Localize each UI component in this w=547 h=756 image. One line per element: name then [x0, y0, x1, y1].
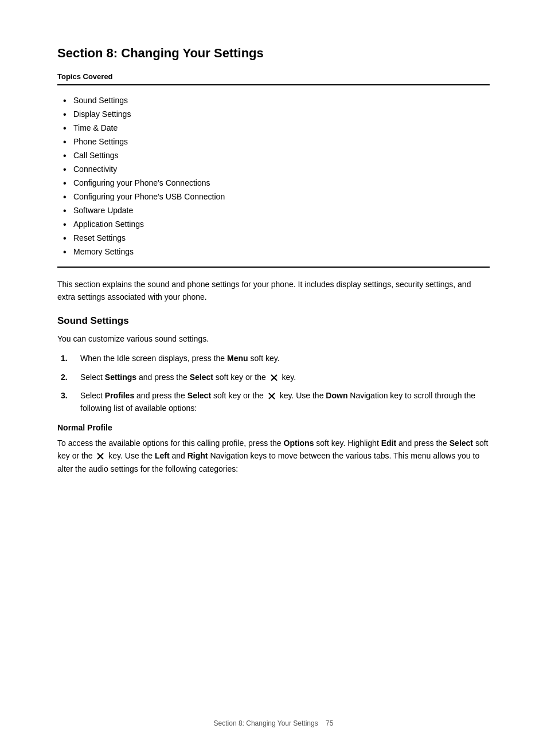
list-item: Configuring your Phone's Connections	[63, 178, 490, 187]
footer-text: Section 8: Changing Your Settings	[214, 719, 318, 727]
x-key-icon	[269, 373, 279, 382]
step-3: 3. Select Profiles and press the Select …	[75, 389, 490, 415]
list-item: Phone Settings	[63, 137, 490, 146]
topics-label: Topics Covered	[57, 72, 490, 81]
x-key-icon-3	[96, 452, 105, 461]
list-item: Sound Settings	[63, 96, 490, 105]
list-item: Memory Settings	[63, 247, 490, 256]
section-title: Section 8: Changing Your Settings	[57, 46, 490, 61]
page: Section 8: Changing Your Settings Topics…	[0, 0, 547, 756]
topics-list: Sound Settings Display Settings Time & D…	[57, 96, 490, 256]
list-item: Configuring your Phone's USB Connection	[63, 192, 490, 201]
bottom-divider	[57, 267, 490, 268]
normal-profile-title: Normal Profile	[57, 423, 490, 432]
list-item: Software Update	[63, 206, 490, 215]
list-item: Display Settings	[63, 109, 490, 119]
list-item: Reset Settings	[63, 233, 490, 242]
steps-list: 1. When the Idle screen displays, press …	[57, 352, 490, 415]
x-key-icon-2	[267, 391, 276, 401]
page-footer: Section 8: Changing Your Settings 75	[0, 719, 547, 727]
list-item: Time & Date	[63, 123, 490, 132]
step-2: 2. Select Settings and press the Select …	[75, 371, 490, 383]
sound-settings-body: You can customize various sound settings…	[57, 332, 490, 345]
step-1: 1. When the Idle screen displays, press …	[75, 352, 490, 365]
intro-paragraph: This section explains the sound and phon…	[57, 278, 490, 304]
normal-profile-body: To access the available options for this…	[57, 437, 490, 475]
list-item: Call Settings	[63, 151, 490, 160]
top-divider	[57, 84, 490, 85]
page-number: 75	[326, 719, 333, 727]
sound-settings-title: Sound Settings	[57, 315, 490, 327]
list-item: Connectivity	[63, 164, 490, 174]
list-item: Application Settings	[63, 220, 490, 229]
